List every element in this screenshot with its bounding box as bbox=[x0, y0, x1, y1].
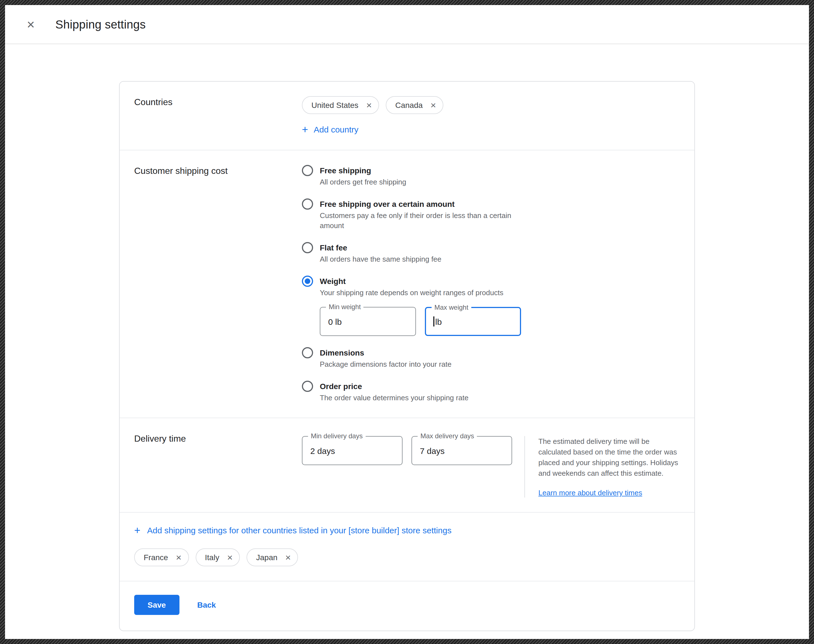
min-delivery-days-label: Min delivery days bbox=[308, 432, 365, 440]
add-country-button[interactable]: + Add country bbox=[302, 124, 358, 135]
radio-option-free-over-amount[interactable]: Free shipping over a certain amount Cust… bbox=[302, 198, 680, 231]
option-description: All orders get free shipping bbox=[320, 177, 406, 187]
option-text: Free shipping All orders get free shippi… bbox=[320, 165, 406, 187]
option-description: All orders have the same shipping fee bbox=[320, 255, 441, 264]
chip-label: Italy bbox=[205, 553, 219, 562]
delivery-helper-text: The estimated delivery time will be calc… bbox=[538, 436, 680, 478]
max-weight-field-value: lb bbox=[435, 317, 441, 326]
min-weight-field[interactable]: Min weight 0 lb bbox=[320, 307, 416, 336]
countries-section: Countries United States × Canada × + Add… bbox=[120, 81, 694, 150]
delivery-fields: Min delivery days 2 days Max delivery da… bbox=[302, 436, 512, 498]
remove-country-icon[interactable]: × bbox=[227, 553, 233, 562]
min-weight-field-label: Min weight bbox=[326, 303, 364, 311]
remove-country-icon[interactable]: × bbox=[176, 553, 181, 562]
radio-option-free-shipping[interactable]: Free shipping All orders get free shippi… bbox=[302, 165, 680, 187]
max-delivery-days-value: 7 days bbox=[420, 446, 445, 455]
option-title: Order price bbox=[320, 381, 469, 392]
option-text: Flat fee All orders have the same shippi… bbox=[320, 242, 441, 264]
delivery-time-label: Delivery time bbox=[134, 433, 302, 498]
save-button[interactable]: Save bbox=[134, 595, 179, 615]
max-weight-field-label: Max weight bbox=[432, 304, 471, 311]
screenshot-scale-root: × Shipping settings Countries United Sta… bbox=[0, 0, 814, 644]
shipping-cost-options: Free shipping All orders get free shippi… bbox=[302, 165, 680, 403]
radio-icon[interactable] bbox=[302, 165, 313, 176]
plus-icon: + bbox=[134, 525, 140, 535]
radio-option-flat-fee[interactable]: Flat fee All orders have the same shippi… bbox=[302, 242, 680, 264]
max-weight-field[interactable]: Max weight lb bbox=[425, 307, 521, 336]
other-countries-section: + Add shipping settings for other countr… bbox=[120, 513, 694, 581]
country-chip-japan[interactable]: Japan × bbox=[247, 548, 298, 566]
option-description: Package dimensions factor into your rate bbox=[320, 359, 451, 370]
option-text: Dimensions Package dimensions factor int… bbox=[320, 347, 451, 370]
option-title: Free shipping over a certain amount bbox=[320, 198, 527, 210]
text-cursor bbox=[433, 316, 434, 327]
dialog-header: × Shipping settings bbox=[5, 5, 809, 44]
option-description: The order value determines your shipping… bbox=[320, 393, 469, 403]
radio-icon[interactable] bbox=[302, 198, 313, 210]
option-description: Your shipping rate depends on weight ran… bbox=[320, 288, 521, 298]
countries-label: Countries bbox=[134, 96, 302, 135]
radio-icon[interactable] bbox=[302, 381, 313, 392]
chip-label: Canada bbox=[395, 101, 423, 110]
chip-label: France bbox=[144, 553, 168, 562]
country-chip-france[interactable]: France × bbox=[134, 548, 189, 566]
max-delivery-days-label: Max delivery days bbox=[418, 432, 477, 440]
country-chip-canada[interactable]: Canada × bbox=[386, 96, 443, 114]
radio-option-weight[interactable]: Weight Your shipping rate depends on wei… bbox=[302, 276, 680, 336]
learn-more-link[interactable]: Learn more about delivery times bbox=[538, 489, 642, 497]
country-chip-italy[interactable]: Italy × bbox=[195, 548, 240, 566]
add-other-countries-label: Add shipping settings for other countrie… bbox=[147, 526, 451, 535]
option-title: Weight bbox=[320, 276, 521, 287]
shipping-cost-section: Customer shipping cost Free shipping All… bbox=[120, 150, 694, 418]
screenshot-frame: × Shipping settings Countries United Sta… bbox=[0, 0, 814, 644]
option-title: Dimensions bbox=[320, 347, 451, 358]
radio-icon[interactable] bbox=[302, 242, 313, 253]
remove-country-icon[interactable]: × bbox=[285, 553, 291, 562]
radio-option-order-price[interactable]: Order price The order value determines y… bbox=[302, 381, 680, 403]
radio-icon-selected[interactable] bbox=[302, 276, 313, 287]
remove-country-icon[interactable]: × bbox=[431, 100, 436, 110]
radio-option-dimensions[interactable]: Dimensions Package dimensions factor int… bbox=[302, 347, 680, 370]
option-description: Customers pay a fee only if their order … bbox=[320, 211, 527, 231]
plus-icon: + bbox=[302, 124, 308, 135]
option-title: Flat fee bbox=[320, 242, 441, 253]
back-button[interactable]: Back bbox=[197, 600, 216, 609]
add-other-countries-button[interactable]: + Add shipping settings for other countr… bbox=[134, 525, 451, 535]
chip-label: Japan bbox=[256, 553, 277, 562]
radio-icon[interactable] bbox=[302, 347, 313, 358]
shipping-settings-dialog: × Shipping settings Countries United Sta… bbox=[5, 5, 809, 639]
dialog-footer: Save Back bbox=[120, 581, 694, 630]
page-title: Shipping settings bbox=[55, 18, 146, 31]
shipping-cost-label: Customer shipping cost bbox=[134, 165, 302, 403]
option-text: Free shipping over a certain amount Cust… bbox=[320, 198, 527, 231]
countries-chip-row: United States × Canada × bbox=[302, 96, 680, 114]
delivery-helper-panel: The estimated delivery time will be calc… bbox=[524, 436, 680, 498]
option-title: Free shipping bbox=[320, 165, 406, 176]
other-countries-chip-row: France × Italy × Japan × bbox=[134, 548, 680, 566]
settings-card: Countries United States × Canada × + Add… bbox=[119, 81, 695, 631]
option-text: Weight Your shipping rate depends on wei… bbox=[320, 276, 521, 336]
chip-label: United States bbox=[311, 101, 358, 110]
close-icon[interactable]: × bbox=[23, 18, 38, 31]
weight-fields: Min weight 0 lb Max weight lb bbox=[320, 307, 521, 336]
max-delivery-days-field[interactable]: Max delivery days 7 days bbox=[411, 436, 512, 465]
remove-country-icon[interactable]: × bbox=[366, 100, 372, 110]
add-country-label: Add country bbox=[314, 125, 358, 134]
min-delivery-days-field[interactable]: Min delivery days 2 days bbox=[302, 436, 403, 465]
min-weight-field-value: 0 lb bbox=[328, 317, 342, 326]
country-chip-united-states[interactable]: United States × bbox=[302, 96, 379, 114]
option-text: Order price The order value determines y… bbox=[320, 381, 469, 403]
delivery-time-section: Delivery time Min delivery days 2 days M… bbox=[120, 418, 694, 513]
min-delivery-days-value: 2 days bbox=[310, 446, 335, 455]
